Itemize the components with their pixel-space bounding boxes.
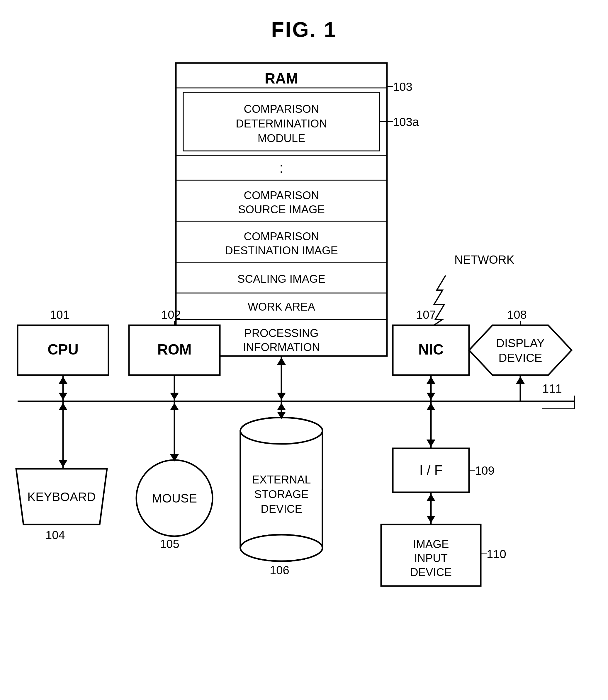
- svg-text:ROM: ROM: [157, 342, 192, 358]
- svg-text:MOUSE: MOUSE: [152, 491, 197, 505]
- svg-marker-56: [516, 376, 525, 384]
- svg-text:111: 111: [542, 382, 562, 395]
- svg-marker-45: [59, 376, 68, 384]
- svg-text:106: 106: [270, 564, 289, 577]
- svg-rect-3: [183, 92, 380, 151]
- svg-point-77: [241, 535, 322, 561]
- svg-marker-62: [59, 460, 68, 467]
- svg-rect-0: [176, 63, 387, 356]
- svg-text:WORK AREA: WORK AREA: [248, 300, 316, 313]
- svg-marker-38: [469, 325, 572, 375]
- svg-text:102: 102: [161, 308, 181, 321]
- svg-text:I / F: I / F: [419, 462, 442, 478]
- svg-point-76: [241, 417, 322, 444]
- svg-text:SCALING IMAGE: SCALING IMAGE: [238, 273, 325, 285]
- svg-text:COMPARISON: COMPARISON: [244, 103, 319, 115]
- svg-text:COMPARISON: COMPARISON: [244, 230, 319, 242]
- svg-text:NIC: NIC: [418, 342, 443, 358]
- svg-text:103a: 103a: [393, 115, 419, 128]
- figure-title: FIG. 1: [271, 18, 337, 42]
- svg-text:COMPARISON: COMPARISON: [244, 189, 319, 201]
- svg-marker-51: [277, 393, 286, 400]
- svg-point-72: [241, 535, 322, 561]
- svg-text:110: 110: [487, 548, 506, 561]
- svg-text:CPU: CPU: [48, 342, 79, 358]
- svg-marker-99: [426, 516, 435, 523]
- svg-text:109: 109: [475, 464, 495, 477]
- svg-text:MODULE: MODULE: [258, 132, 305, 144]
- svg-rect-92: [381, 524, 481, 586]
- svg-rect-34: [393, 325, 469, 375]
- svg-text:DEVICE: DEVICE: [261, 503, 302, 515]
- diagram-container: FIG. 1 RAM COMPARISON DETERMINATION MODU…: [0, 0, 608, 700]
- svg-text:INPUT: INPUT: [414, 552, 448, 564]
- svg-marker-48: [170, 393, 179, 400]
- svg-rect-85: [393, 448, 469, 492]
- svg-marker-84: [277, 403, 286, 410]
- svg-marker-90: [426, 440, 435, 447]
- svg-text:105: 105: [160, 538, 179, 550]
- diagram-svg: RAM COMPARISON DETERMINATION MODULE 103a…: [0, 0, 608, 700]
- svg-text:KEYBOARD: KEYBOARD: [27, 490, 96, 504]
- svg-marker-54: [426, 393, 435, 400]
- svg-text:108: 108: [507, 308, 527, 321]
- svg-text:NETWORK: NETWORK: [454, 253, 514, 266]
- svg-text:101: 101: [50, 308, 70, 321]
- svg-marker-91: [426, 403, 435, 410]
- svg-marker-69: [170, 403, 179, 410]
- svg-marker-58: [16, 469, 107, 524]
- svg-text:STORAGE: STORAGE: [254, 488, 308, 501]
- svg-text:IMAGE: IMAGE: [413, 538, 449, 550]
- svg-text:DEVICE: DEVICE: [410, 566, 452, 578]
- svg-text:EXTERNAL: EXTERNAL: [252, 473, 311, 486]
- svg-rect-26: [18, 325, 109, 375]
- svg-text:107: 107: [416, 308, 436, 321]
- svg-text:DESTINATION IMAGE: DESTINATION IMAGE: [225, 245, 338, 257]
- svg-point-64: [136, 460, 212, 536]
- svg-marker-46: [59, 393, 68, 400]
- svg-text:INFORMATION: INFORMATION: [243, 341, 320, 353]
- svg-marker-68: [170, 454, 179, 462]
- svg-text:PROCESSING: PROCESSING: [244, 327, 318, 339]
- svg-text:DISPLAY: DISPLAY: [496, 337, 545, 350]
- svg-text:DETERMINATION: DETERMINATION: [236, 117, 327, 130]
- svg-rect-70: [241, 431, 322, 548]
- svg-text:RAM: RAM: [265, 70, 298, 87]
- svg-text:SOURCE IMAGE: SOURCE IMAGE: [238, 203, 325, 216]
- svg-text::: :: [279, 160, 284, 176]
- svg-marker-63: [59, 403, 68, 410]
- svg-rect-30: [129, 325, 220, 375]
- svg-marker-53: [426, 376, 435, 384]
- svg-text:DEVICE: DEVICE: [499, 351, 542, 364]
- svg-text:103: 103: [393, 80, 413, 93]
- svg-marker-83: [277, 412, 286, 419]
- svg-rect-73: [241, 431, 322, 489]
- svg-marker-50: [277, 357, 286, 365]
- svg-point-71: [241, 417, 322, 444]
- svg-text:104: 104: [45, 529, 65, 542]
- svg-marker-100: [426, 494, 435, 501]
